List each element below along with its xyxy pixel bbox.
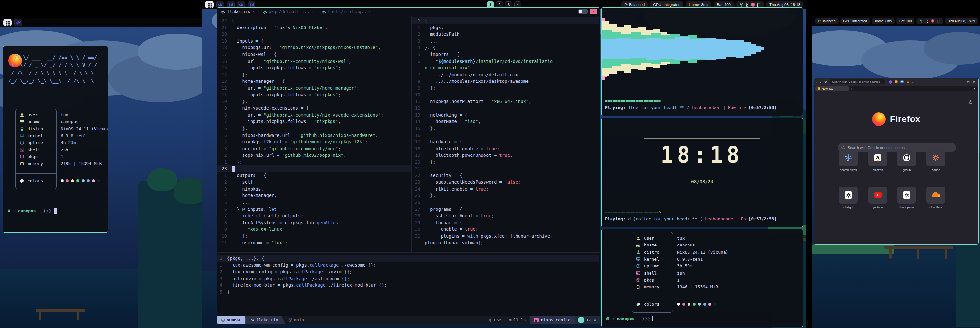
fastfetch-row: pkgs (636, 277, 667, 284)
buffer-tab[interactable]: pkgs/default ... × (259, 8, 318, 16)
plant-icon[interactable] (739, 3, 743, 6)
firefox-window[interactable]: ‹ › ↻ Search with Google or enter addres… (814, 78, 979, 244)
app-launcher-button[interactable] (205, 1, 213, 8)
home-icon[interactable]: ⌂ (912, 80, 914, 84)
code-line: 8 forAllSystems = nixpkgs.lib.genAttrs [ (217, 219, 411, 226)
workspace-button[interactable]: 4 (514, 1, 522, 8)
buffer-tab[interactable]: hosts/isoImag.. × (318, 8, 375, 16)
menu-icon[interactable]: ☰ (917, 80, 920, 84)
editor-split-flake[interactable]: 22{21 description = "tux's NixOS Flake";… (217, 17, 411, 252)
kernel-icon (636, 257, 641, 261)
color-dot (71, 179, 74, 182)
shortcut-tile-github[interactable] (897, 149, 916, 166)
tag-chip[interactable]: $W (14, 19, 22, 26)
maximize-button[interactable]: □ (967, 80, 969, 84)
shortcut-tile-cloudflare[interactable] (926, 187, 945, 204)
code-line: 8 ../../modules/nixos/desktop/awesome (412, 78, 600, 85)
url-bar[interactable]: Search with Google or enter address (829, 79, 885, 84)
bluetooth-icon[interactable] (926, 20, 929, 22)
workspace-button[interactable]: 3 (505, 1, 512, 8)
fastfetch-row: user (636, 235, 667, 242)
fastfetch-row: uptime (636, 263, 667, 269)
close-buffer-icon[interactable]: × (312, 9, 314, 14)
code-line: 4 nixpkgs-f2k.url = "github:moni-dz/nixp… (217, 138, 411, 145)
code-line: 19 bluetooth.powerOnBoot = true; (412, 152, 600, 159)
close-window-button[interactable]: × (590, 9, 597, 14)
color-profile-icon[interactable] (751, 3, 755, 6)
code-line: 4 firefox-mod-blur = pkgs.callPackage ./… (217, 282, 600, 289)
now-playing: Playing: d (coffee for your head) ** ♫ b… (605, 216, 776, 221)
track-progress: =====================> (605, 210, 661, 215)
minimize-button[interactable]: − (961, 80, 963, 84)
terminal-fastfetch-left[interactable]: /\ \/ ___ __/ /== \ \ / ==/ / \/ / _ \/ … (3, 46, 108, 233)
nix-file-icon (221, 10, 225, 13)
reload-button[interactable]: ↻ (824, 80, 827, 84)
code-line: 21 description = "tux's NixOS Flake"; (217, 24, 411, 31)
color-dot (92, 179, 95, 182)
neovim-window[interactable]: flake.nix × pkgs/default ... × hosts/iso… (217, 7, 600, 324)
track-progress: =====================> (605, 98, 661, 103)
code-line: 18 nixpkgs.url = "github:nixos/nixpkgs/n… (217, 44, 411, 51)
fastfetch-row: memory (19, 160, 51, 167)
fastfetch-value: 1 (677, 277, 679, 284)
shell-prompt[interactable]: → canopus ~ ))) (7, 208, 57, 214)
shortcut-tile-amazon[interactable]: a (868, 149, 887, 166)
workspace-button[interactable]: 2 (496, 1, 503, 8)
shortcut-tile-chatgpt[interactable] (839, 187, 858, 204)
terminal-fastfetch-right[interactable]: user hname distro kernel uptime shell (601, 229, 803, 327)
nix-file-icon (322, 10, 326, 13)
status-pill: P: Balanced (815, 18, 838, 24)
status-pill: GPU: Integrated (840, 18, 870, 24)
git-branch-segment: main (285, 316, 308, 324)
darkreader-icon[interactable] (894, 80, 898, 84)
bluetooth-icon[interactable] (745, 3, 749, 6)
code-line: 29 thunar = { (412, 219, 600, 226)
app-launcher-button[interactable] (3, 19, 12, 26)
forward-button[interactable]: › (820, 80, 821, 84)
code-line: n-cd-minimal.nix" (412, 65, 600, 71)
firefox-tabstrip: New Tab + ▾ (814, 86, 978, 91)
close-button[interactable]: × (973, 80, 975, 84)
code-line: 27 programs = { (412, 206, 600, 212)
password-manager-icon[interactable] (900, 80, 904, 84)
terminal-clock[interactable]: 18:18 08/08/24 =====================> Pl… (601, 118, 803, 227)
code-line: 16 (412, 132, 600, 138)
minimap-toggle[interactable] (578, 9, 588, 14)
color-dot (97, 179, 100, 182)
extension-icon[interactable] (888, 80, 892, 84)
plant-icon[interactable] (920, 20, 923, 22)
new-tab-button[interactable]: + (851, 87, 853, 91)
editor-split-default[interactable]: 1{pkgs, ...}: {1 tux-awesome-wm-config =… (217, 255, 600, 315)
shortcut-tile-search.nixos[interactable] (839, 149, 858, 166)
phone-icon[interactable] (937, 20, 940, 22)
shortcut-tile-claude[interactable] (926, 149, 945, 166)
shell-prompt[interactable]: → canopus ~ ))) (606, 316, 655, 322)
now-playing: Playing: ffee for your head) ** ♫ beabad… (605, 105, 776, 110)
color-dot (87, 179, 90, 182)
code-line: 12 url = "github:nix-community/home-mana… (217, 84, 411, 91)
shortcut-tile-youtube[interactable] (868, 187, 887, 204)
code-line: 15 inputs.nixpkgs.follows = "nixpkgs"; (217, 65, 411, 71)
code-line: 24 rtkit.enable = true; (412, 185, 600, 192)
editor-split-iso[interactable]: 1{1 pkgs,2 modulesPath,3 ...4}: {5 impor… (412, 17, 600, 252)
metamask-icon[interactable] (906, 81, 910, 84)
color-profile-icon[interactable] (931, 19, 934, 22)
code-line: 11 nixpkgs.hostPlatform = "x86_64-linux"… (412, 98, 600, 105)
code-line: 7 ../../modules/nixos/default.nix (412, 71, 600, 78)
phone-icon[interactable] (757, 3, 761, 6)
close-buffer-icon[interactable]: × (252, 9, 255, 14)
newtab-settings-gear-icon[interactable] (968, 100, 972, 106)
shortcut-tile-chat.openai[interactable] (897, 187, 916, 204)
workspace-button[interactable]: 1 (487, 1, 494, 8)
buffer-tab[interactable]: flake.nix × (217, 8, 259, 16)
tab-new-tab[interactable]: New Tab (815, 86, 849, 91)
back-button[interactable]: ‹ (816, 80, 817, 84)
close-buffer-icon[interactable]: × (369, 9, 371, 14)
buffer-tabs: flake.nix × pkgs/default ... × hosts/iso… (217, 8, 375, 16)
bufferline: flake.nix × pkgs/default ... × hosts/iso… (217, 8, 600, 16)
distro-icon (19, 127, 25, 131)
terminal-music-visualizer[interactable]: =====================> Playing: ffee for… (601, 7, 803, 116)
code-line: 5} (217, 289, 600, 296)
tab-list-chevron-icon[interactable]: ▾ (974, 87, 977, 90)
kernel-icon (19, 133, 25, 138)
